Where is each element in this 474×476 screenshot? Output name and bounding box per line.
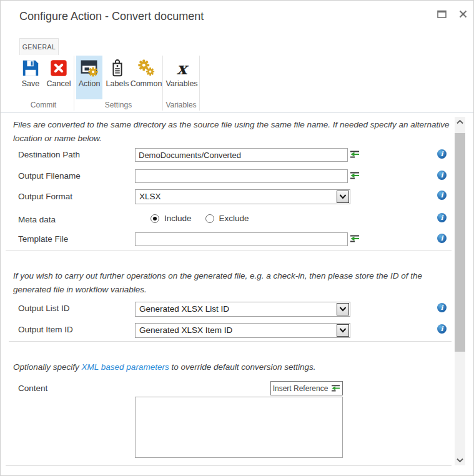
info-icon[interactable] — [437, 191, 447, 200]
destination-path-label: Destination Path — [18, 150, 80, 159]
ribbon-group-commit: Commit — [13, 100, 74, 112]
info-icon[interactable] — [437, 213, 447, 222]
dropdown-button[interactable] — [337, 303, 349, 315]
insert-reference-icon — [331, 384, 340, 392]
common-button-label: Common — [130, 79, 162, 88]
chevron-down-icon — [339, 194, 347, 199]
intro-xml-text: Optionally specify XML based parameters … — [13, 360, 450, 374]
cancel-button[interactable]: Cancel — [44, 56, 74, 99]
save-icon — [21, 59, 40, 77]
cancel-button-label: Cancel — [44, 79, 74, 88]
exclude-radio-label[interactable]: Exclude — [219, 214, 249, 223]
dropdown-button[interactable] — [337, 324, 349, 337]
configure-action-dialog: Configure Action - Convert document GENE… — [0, 0, 474, 476]
form-content: Files are converted to the same director… — [1, 113, 455, 476]
output-item-id-label: Output Item ID — [18, 325, 73, 334]
output-list-id-select[interactable]: Generated XLSX List ID — [135, 302, 350, 317]
exclude-radio[interactable] — [205, 214, 214, 223]
bottom-divider — [6, 465, 452, 466]
intro-workflow-text: If you wish to carry out further operati… — [13, 269, 450, 296]
section-divider — [9, 341, 452, 342]
labels-tag-icon — [108, 59, 127, 77]
info-icon[interactable] — [437, 303, 447, 312]
intro-xml-suffix: to override default conversion settings. — [169, 362, 316, 372]
output-format-select[interactable]: XLSX — [135, 189, 350, 204]
template-file-input[interactable] — [135, 232, 348, 246]
insert-reference-icon[interactable] — [350, 150, 360, 159]
chevron-up-icon — [457, 120, 463, 124]
destination-path-input[interactable] — [135, 148, 348, 162]
common-gears-icon — [137, 59, 156, 77]
variables-button-label: Variables — [165, 79, 199, 88]
close-button[interactable] — [457, 8, 468, 19]
content-textarea[interactable] — [135, 397, 343, 458]
output-format-label: Output Format — [18, 192, 72, 201]
save-button-label: Save — [17, 79, 44, 88]
meta-data-radio-group: Include Exclude — [151, 214, 258, 223]
maximize-button[interactable] — [436, 8, 447, 19]
info-icon[interactable] — [437, 171, 447, 180]
intro-xml-prefix: Optionally specify — [13, 362, 82, 372]
variables-button[interactable]: Variables — [165, 56, 199, 99]
save-button[interactable]: Save — [17, 56, 44, 99]
ribbon-group-separator — [199, 56, 200, 111]
info-icon[interactable] — [437, 324, 447, 334]
info-icon[interactable] — [437, 149, 447, 159]
insert-reference-button[interactable]: Insert Reference — [270, 381, 343, 395]
output-format-value: XLSX — [139, 190, 161, 204]
intro-location-text: Files are converted to the same director… — [13, 118, 450, 145]
chevron-down-icon — [339, 328, 347, 333]
insert-reference-icon[interactable] — [350, 234, 360, 243]
action-button-label: Action — [76, 79, 102, 88]
common-button[interactable]: Common — [130, 56, 162, 99]
output-list-id-label: Output List ID — [18, 304, 70, 313]
vertical-scrollbar[interactable] — [455, 117, 465, 465]
chevron-down-icon — [457, 458, 463, 462]
scrollbar-thumb[interactable] — [455, 133, 465, 352]
xml-parameters-link[interactable]: XML based parameters — [82, 362, 169, 372]
insert-reference-button-label: Insert Reference — [273, 384, 328, 393]
chevron-down-icon — [339, 307, 347, 312]
labels-button-label: Labels — [104, 79, 131, 88]
variables-x-icon — [172, 59, 191, 77]
scrollbar-down-button[interactable] — [455, 455, 465, 465]
ribbon-group-settings: Settings — [74, 100, 162, 112]
template-file-label: Template File — [18, 234, 68, 244]
tab-general[interactable]: GENERAL — [19, 38, 59, 55]
close-icon — [459, 10, 467, 18]
dialog-title: Configure Action - Convert document — [19, 10, 204, 23]
info-icon[interactable] — [437, 234, 447, 243]
ribbon-group-variables: Variables — [163, 100, 199, 112]
output-filename-label: Output Filename — [18, 171, 81, 181]
output-list-id-value: Generated XLSX List ID — [139, 302, 229, 316]
content-label: Content — [18, 384, 47, 393]
output-item-id-value: Generated XLSX Item ID — [139, 324, 232, 337]
labels-button[interactable]: Labels — [104, 56, 131, 99]
output-item-id-select[interactable]: Generated XLSX Item ID — [135, 323, 350, 338]
action-window-gear-icon — [80, 59, 99, 77]
cancel-icon — [49, 59, 68, 77]
meta-data-label: Meta data — [18, 215, 56, 224]
maximize-icon — [437, 10, 447, 18]
section-divider — [6, 250, 452, 251]
insert-reference-icon[interactable] — [350, 171, 360, 180]
action-button[interactable]: Action — [76, 56, 102, 99]
scrollbar-up-button[interactable] — [455, 117, 465, 127]
include-radio[interactable] — [151, 214, 159, 223]
output-filename-input[interactable] — [135, 169, 348, 183]
include-radio-label[interactable]: Include — [164, 214, 192, 223]
dropdown-button[interactable] — [337, 191, 349, 203]
